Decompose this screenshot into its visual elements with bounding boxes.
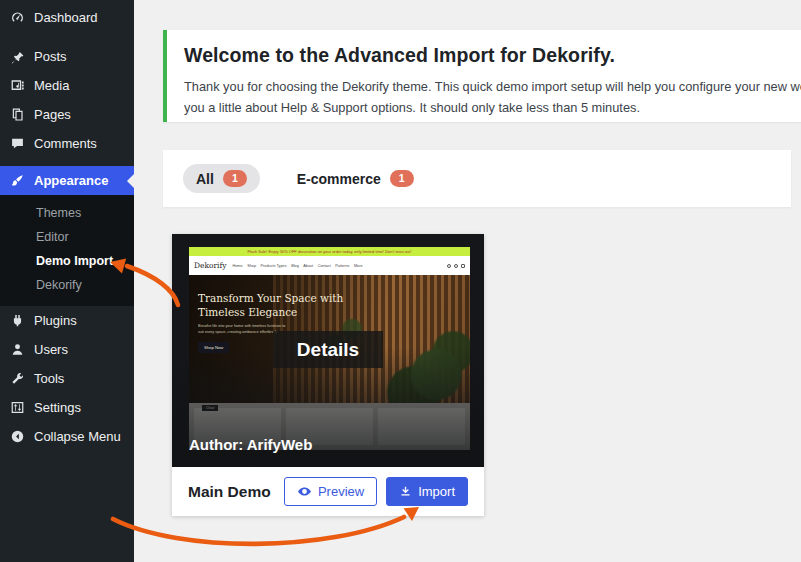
demo-card-main-demo: Flash Sale! Enjoy 30% OFF decoration on …: [172, 234, 484, 516]
welcome-panel: Welcome to the Advanced Import for Dekor…: [163, 30, 801, 122]
sidebar-item-label: Posts: [34, 49, 67, 64]
sidebar-item-label: Collapse Menu: [34, 429, 121, 444]
sidebar-item-appearance[interactable]: Appearance: [0, 166, 134, 195]
user-icon: [9, 341, 26, 358]
filter-tab-label: All: [196, 171, 214, 187]
filter-tab-ecommerce[interactable]: E-commerce 1: [284, 164, 427, 194]
sidebar-item-label: Media: [34, 78, 69, 93]
filter-count-badge: 1: [390, 170, 414, 188]
submenu-item-demo-import[interactable]: Demo Import: [0, 249, 134, 273]
welcome-body-line2: you a little about Help & Support option…: [184, 97, 801, 118]
welcome-heading: Welcome to the Advanced Import for Dekor…: [184, 44, 801, 67]
sidebar-item-posts[interactable]: Posts: [0, 42, 134, 71]
sidebar-item-pages[interactable]: Pages: [0, 100, 134, 129]
mini-site-header-icons: [447, 264, 465, 268]
submenu-item-editor[interactable]: Editor: [0, 225, 134, 249]
sidebar-item-plugins[interactable]: Plugins: [0, 306, 134, 335]
sidebar-item-comments[interactable]: Comments: [0, 129, 134, 158]
demo-author-label: Author: ArifyWeb: [189, 436, 312, 453]
sidebar-item-collapse-menu[interactable]: Collapse Menu: [0, 422, 134, 451]
sidebar-item-dashboard[interactable]: Dashboard: [0, 4, 134, 30]
mini-nav-link: Blog: [291, 264, 299, 268]
sidebar-item-label: Pages: [34, 107, 71, 122]
settings-sliders-icon: [9, 399, 26, 416]
submenu-item-themes[interactable]: Themes: [0, 201, 134, 225]
demo-card-footer: Main Demo Preview Import: [172, 467, 484, 516]
pushpin-icon: [9, 48, 26, 65]
dashboard-icon: [9, 9, 26, 26]
mini-nav-link: Patterns: [335, 264, 349, 268]
sidebar-item-tools[interactable]: Tools: [0, 364, 134, 393]
sidebar-item-label: Settings: [34, 400, 81, 415]
download-icon: [399, 485, 412, 498]
mini-site-promo-banner: Flash Sale! Enjoy 30% OFF decoration on …: [189, 247, 470, 256]
pages-icon: [9, 106, 26, 123]
sidebar-item-label: Appearance: [34, 173, 108, 188]
mini-site-nav-links: Home Shop Products Types Blog About Cont…: [233, 264, 363, 268]
wrench-icon: [9, 370, 26, 387]
sidebar-item-media[interactable]: Media: [0, 71, 134, 100]
sidebar-item-label: Dashboard: [34, 10, 98, 25]
filter-tab-label: E-commerce: [297, 171, 381, 187]
preview-button[interactable]: Preview: [284, 477, 377, 506]
mini-nav-link: Home: [233, 264, 243, 268]
import-button-label: Import: [418, 484, 455, 499]
mini-nav-link: Contact: [318, 264, 331, 268]
mini-nav-link: Shop: [247, 264, 256, 268]
comment-icon: [9, 135, 26, 152]
mini-account-icon: [454, 264, 458, 268]
preview-button-label: Preview: [318, 484, 364, 499]
mini-site-logo: Dekorify: [194, 261, 227, 270]
sidebar-item-settings[interactable]: Settings: [0, 393, 134, 422]
filter-count-badge: 1: [223, 170, 247, 188]
sidebar-item-users[interactable]: Users: [0, 335, 134, 364]
sidebar-item-label: Plugins: [34, 313, 77, 328]
sidebar-item-label: Tools: [34, 371, 64, 386]
sidebar-item-label: Users: [34, 342, 68, 357]
mini-search-icon: [447, 264, 451, 268]
mini-cart-icon: [461, 264, 465, 268]
sidebar-item-label: Comments: [34, 136, 97, 151]
mini-nav-link: More: [354, 264, 363, 268]
brush-icon: [9, 172, 26, 189]
eye-icon: [297, 484, 312, 499]
demo-filter-bar: All 1 E-commerce 1: [163, 150, 791, 207]
wordpress-admin-screen: Dashboard Posts Media Pages: [0, 0, 801, 562]
appearance-submenu: Themes Editor Demo Import Dekorify: [0, 195, 134, 306]
collapse-arrow-icon: [9, 428, 26, 445]
filter-tab-all[interactable]: All 1: [183, 164, 260, 194]
media-icon: [9, 77, 26, 94]
submenu-item-dekorify[interactable]: Dekorify: [0, 273, 134, 297]
mini-nav-link: About: [303, 264, 313, 268]
import-button[interactable]: Import: [386, 477, 468, 506]
admin-sidebar: Dashboard Posts Media Pages: [0, 0, 134, 562]
plugin-icon: [9, 312, 26, 329]
mini-nav-link: Products Types: [261, 264, 287, 268]
demo-title: Main Demo: [188, 483, 271, 501]
mini-site-navbar: Dekorify Home Shop Products Types Blog A…: [189, 256, 470, 275]
demo-preview-thumbnail[interactable]: Flash Sale! Enjoy 30% OFF decoration on …: [172, 234, 484, 467]
details-button[interactable]: Details: [273, 331, 383, 368]
welcome-body-line1: Thank you for choosing the Dekorify them…: [184, 76, 801, 97]
mini-hero-title: Transform Your Space with Timeless Elega…: [198, 291, 343, 319]
